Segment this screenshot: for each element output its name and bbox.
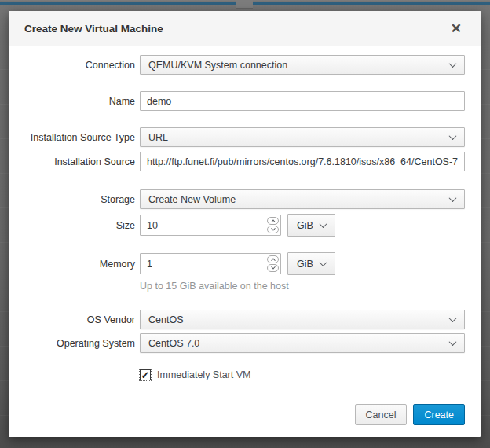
- size-input[interactable]: [140, 215, 281, 236]
- source-input[interactable]: [140, 152, 465, 171]
- connection-row: Connection QEMU/KVM System connection: [24, 55, 465, 75]
- chevron-down-icon: [319, 259, 327, 266]
- operating-system-select[interactable]: CentOS 7.0: [140, 333, 465, 353]
- chevron-down-icon: [449, 60, 457, 68]
- chevron-down-icon: [449, 194, 457, 202]
- autostart-label: Immediately Start VM: [157, 369, 250, 380]
- background-splitter-handle: [236, 0, 253, 9]
- spinner-down-icon[interactable]: [267, 264, 279, 272]
- close-icon[interactable]: ✕: [448, 20, 465, 37]
- os-vendor-select[interactable]: CentOS: [140, 310, 465, 329]
- size-spinners: [267, 217, 279, 233]
- chevron-down-icon: [319, 220, 327, 228]
- create-vm-dialog: Create New Virtual Machine ✕ Connection …: [9, 11, 481, 437]
- size-label: Size: [24, 220, 135, 231]
- memory-helper-text: Up to 15 GiB available on the host: [140, 281, 465, 292]
- name-row: Name: [24, 91, 465, 111]
- storage-label: Storage: [24, 194, 135, 205]
- connection-select[interactable]: QEMU/KVM System connection: [140, 55, 465, 75]
- os-vendor-select-value: CentOS: [148, 314, 183, 325]
- chevron-down-icon: [449, 338, 457, 346]
- os-vendor-row: OS Vendor CentOS: [24, 310, 465, 329]
- connection-select-value: QEMU/KVM System connection: [148, 60, 287, 71]
- source-type-label: Installation Source Type: [24, 132, 135, 143]
- name-input[interactable]: [140, 91, 465, 111]
- create-button[interactable]: Create: [413, 404, 465, 425]
- size-row: Size GiB: [24, 214, 465, 237]
- size-unit-value: GiB: [297, 220, 313, 231]
- name-label: Name: [24, 96, 135, 107]
- memory-helper-row: Up to 15 GiB available on the host: [24, 281, 465, 292]
- chevron-down-icon: [449, 132, 457, 140]
- source-type-select[interactable]: URL: [140, 127, 465, 147]
- os-vendor-label: OS Vendor: [24, 314, 135, 325]
- memory-unit-value: GiB: [297, 259, 313, 270]
- size-unit-select[interactable]: GiB: [287, 214, 335, 237]
- memory-label: Memory: [24, 259, 135, 270]
- autostart-checkbox[interactable]: ✓: [140, 369, 151, 380]
- size-spinner-wrap: [140, 215, 281, 236]
- operating-system-row: Operating System CentOS 7.0: [24, 333, 465, 353]
- memory-input[interactable]: [140, 253, 281, 274]
- spinner-up-icon[interactable]: [267, 217, 279, 225]
- source-type-select-value: URL: [148, 132, 168, 143]
- check-icon: ✓: [141, 370, 150, 380]
- memory-input-group: GiB: [140, 252, 465, 275]
- connection-label: Connection: [24, 60, 135, 71]
- operating-system-label: Operating System: [24, 338, 135, 349]
- storage-select-value: Create New Volume: [148, 194, 236, 205]
- source-type-row: Installation Source Type URL: [24, 127, 465, 147]
- source-row: Installation Source: [24, 152, 465, 171]
- autostart-row: ✓ Immediately Start VM: [24, 369, 465, 380]
- memory-spinners: [267, 255, 279, 272]
- memory-row: Memory GiB: [24, 252, 465, 275]
- dialog-header: Create New Virtual Machine ✕: [9, 11, 481, 46]
- source-label: Installation Source: [24, 156, 135, 167]
- spinner-down-icon[interactable]: [267, 226, 279, 233]
- dialog-body: Connection QEMU/KVM System connection Na…: [9, 46, 481, 437]
- dialog-footer: Cancel Create: [24, 404, 465, 425]
- memory-spinner-wrap: [140, 253, 281, 274]
- spinner-up-icon[interactable]: [267, 255, 279, 263]
- cancel-button[interactable]: Cancel: [355, 404, 408, 425]
- dialog-title: Create New Virtual Machine: [24, 23, 163, 35]
- size-input-group: GiB: [140, 214, 465, 237]
- storage-row: Storage Create New Volume: [24, 189, 465, 209]
- autostart-checkbox-row: ✓ Immediately Start VM: [140, 369, 465, 380]
- memory-unit-select[interactable]: GiB: [287, 252, 335, 275]
- storage-select[interactable]: Create New Volume: [140, 189, 465, 209]
- chevron-down-icon: [449, 314, 457, 322]
- operating-system-select-value: CentOS 7.0: [148, 338, 199, 349]
